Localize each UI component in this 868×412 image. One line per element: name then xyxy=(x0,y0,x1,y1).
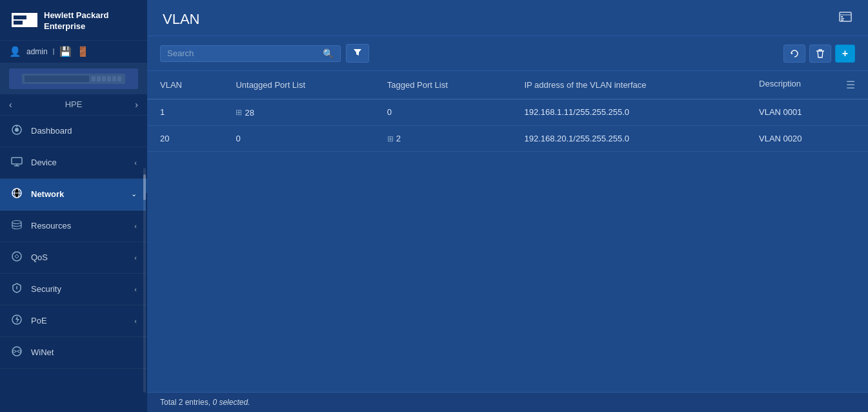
port-badge: 28 xyxy=(236,108,254,118)
dashboard-label: Dashboard xyxy=(31,126,137,136)
security-label: Security xyxy=(31,284,126,294)
svg-point-23 xyxy=(16,286,17,287)
svg-rect-14 xyxy=(12,158,22,164)
svg-rect-15 xyxy=(14,165,19,167)
sidebar-logo: Hewlett PackardEnterprise xyxy=(0,0,147,41)
user-bar: 👤 admin | 💾 🚪 xyxy=(0,41,147,63)
qos-icon xyxy=(10,251,23,265)
sidebar-collapse-btn[interactable]: ‹ xyxy=(146,193,147,219)
svg-point-20 xyxy=(12,220,21,223)
poe-icon xyxy=(10,314,23,328)
col-header-tagged: Tagged Port List xyxy=(374,71,512,99)
poe-label: PoE xyxy=(31,316,126,325)
nav-header: ‹ HPE › xyxy=(0,94,147,116)
col-header-desc: Description ☰ xyxy=(746,71,868,99)
page-title: VLAN xyxy=(163,11,199,28)
svg-rect-1 xyxy=(14,15,26,19)
svg-rect-32 xyxy=(841,18,844,19)
table-header-row: VLAN Untagged Port List Tagged Port List… xyxy=(147,71,868,99)
vlan-table-container: VLAN Untagged Port List Tagged Port List… xyxy=(147,71,868,392)
vlan-table: VLAN Untagged Port List Tagged Port List… xyxy=(147,71,868,152)
svg-rect-31 xyxy=(841,16,843,17)
col-header-ip: IP address of the VLAN interface xyxy=(511,71,746,99)
svg-point-26 xyxy=(13,350,15,353)
svg-rect-9 xyxy=(112,76,116,81)
sidebar-item-resources[interactable]: Resources ‹ xyxy=(0,211,147,242)
cell-untagged: 0 xyxy=(223,125,374,152)
cell-untagged: 28 xyxy=(223,99,374,126)
network-label: Network xyxy=(31,189,123,199)
cell-tagged: 0 xyxy=(374,99,512,126)
search-icon: 🔍 xyxy=(323,48,334,59)
sidebar-item-qos[interactable]: QoS ‹ xyxy=(0,242,147,274)
nav-group-label: HPE xyxy=(65,99,83,109)
resources-arrow: ‹ xyxy=(134,222,137,230)
nav-next-btn[interactable]: › xyxy=(135,99,138,110)
cell-desc: VLAN 0001 xyxy=(746,99,868,126)
device-label: Device xyxy=(31,158,126,167)
status-text: Total 2 entries, 0 selected. xyxy=(160,398,250,407)
dashboard-icon xyxy=(10,124,23,138)
tagged-value: 0 xyxy=(387,107,392,117)
cell-ip: 192.168.1.11/255.255.255.0 xyxy=(511,99,746,126)
device-image xyxy=(0,63,147,94)
vendor-name: Hewlett PackardEnterprise xyxy=(44,10,108,32)
cell-tagged: 2 xyxy=(374,125,512,152)
svg-rect-0 xyxy=(12,13,37,27)
security-arrow: ‹ xyxy=(134,285,137,293)
nav-prev-btn[interactable]: ‹ xyxy=(9,99,12,110)
cell-ip: 192.168.20.1/255.255.255.0 xyxy=(511,125,746,152)
sidebar-item-dashboard[interactable]: Dashboard xyxy=(0,116,147,147)
svg-rect-5 xyxy=(92,76,96,81)
search-box[interactable]: 🔍 xyxy=(160,45,341,62)
qos-arrow: ‹ xyxy=(134,254,137,262)
resources-label: Resources xyxy=(31,221,126,231)
port-badge: 2 xyxy=(387,134,401,143)
search-input[interactable] xyxy=(167,48,323,58)
table-row[interactable]: 20 0 2 192.168.20.1/255.255.255.0 VLAN 0… xyxy=(147,125,868,152)
svg-point-27 xyxy=(18,350,21,353)
svg-rect-33 xyxy=(841,20,843,21)
logout-icon[interactable]: 🚪 xyxy=(77,46,89,57)
toolbar-actions: + xyxy=(783,45,855,63)
cell-vlan: 20 xyxy=(147,125,223,152)
delete-button[interactable] xyxy=(809,45,831,63)
qos-label: QoS xyxy=(31,252,126,262)
device-img xyxy=(9,68,138,89)
network-icon xyxy=(10,187,23,201)
col-header-untagged: Untagged Port List xyxy=(223,71,374,99)
winet-label: WiNet xyxy=(31,347,137,357)
svg-rect-2 xyxy=(14,21,23,25)
status-bar: Total 2 entries, 0 selected. xyxy=(147,392,868,412)
user-icon: 👤 xyxy=(9,46,21,57)
resources-icon xyxy=(10,219,23,233)
sidebar-item-security[interactable]: Security ‹ xyxy=(0,274,147,305)
svg-rect-7 xyxy=(102,76,106,81)
sidebar-item-winet[interactable]: WiNet xyxy=(0,337,147,369)
filter-button[interactable] xyxy=(346,44,369,63)
svg-point-21 xyxy=(12,252,21,261)
settings-icon[interactable] xyxy=(838,10,853,28)
col-header-vlan: VLAN xyxy=(147,71,223,99)
refresh-button[interactable] xyxy=(783,45,805,63)
poe-arrow: ‹ xyxy=(134,317,137,325)
device-icon xyxy=(10,156,23,170)
device-arrow: ‹ xyxy=(134,159,137,167)
sidebar-item-device[interactable]: Device ‹ xyxy=(0,147,147,179)
toolbar: 🔍 + xyxy=(147,36,868,71)
save-icon[interactable]: 💾 xyxy=(59,46,72,57)
sidebar: Hewlett PackardEnterprise 👤 admin | 💾 🚪 … xyxy=(0,0,147,412)
main-content: VLAN 🔍 + VLAN Untag xyxy=(147,0,868,412)
nav-list: Dashboard Device ‹ Network ⌄ xyxy=(0,116,147,412)
sidebar-item-poe[interactable]: PoE ‹ xyxy=(0,305,147,337)
svg-rect-4 xyxy=(25,76,89,82)
column-options-icon[interactable]: ☰ xyxy=(846,79,855,91)
svg-point-12 xyxy=(15,128,19,132)
cell-vlan: 1 xyxy=(147,99,223,126)
add-button[interactable]: + xyxy=(835,45,855,63)
table-row[interactable]: 1 28 0 192.168.1.11/255.255.255.0 VLAN 0… xyxy=(147,99,868,126)
svg-rect-8 xyxy=(107,76,111,81)
sidebar-item-network[interactable]: Network ⌄ xyxy=(0,179,147,211)
security-icon xyxy=(10,282,23,296)
cell-desc: VLAN 0020 xyxy=(746,125,868,152)
